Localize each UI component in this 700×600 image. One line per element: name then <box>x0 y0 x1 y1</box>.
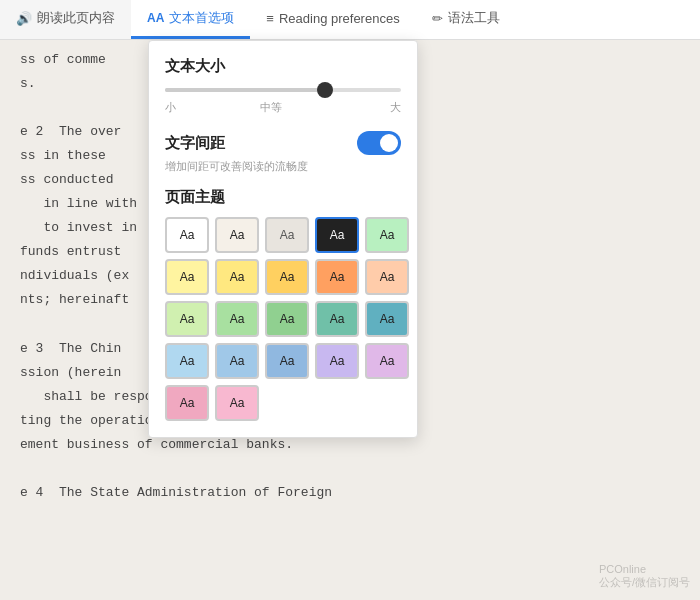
text-spacing-row: 文字间距 <box>165 131 401 155</box>
toolbar-reading-prefs[interactable]: ≡ Reading preferences <box>250 0 415 39</box>
toolbar-grammar[interactable]: ✏ 语法工具 <box>416 0 516 39</box>
theme-btn-5[interactable]: Aa <box>165 259 209 295</box>
grammar-icon: ✏ <box>432 11 443 26</box>
theme-btn-3[interactable]: Aa <box>315 217 359 253</box>
theme-btn-7[interactable]: Aa <box>265 259 309 295</box>
spacing-toggle[interactable] <box>357 131 401 155</box>
theme-btn-15[interactable]: Aa <box>165 343 209 379</box>
theme-btn-19[interactable]: Aa <box>365 343 409 379</box>
theme-btn-8[interactable]: Aa <box>315 259 359 295</box>
theme-grid: AaAaAaAaAaAaAaAaAaAaAaAaAaAaAaAaAaAaAaAa… <box>165 217 401 421</box>
slider-thumb[interactable] <box>317 82 333 98</box>
theme-btn-13[interactable]: Aa <box>315 301 359 337</box>
theme-btn-17[interactable]: Aa <box>265 343 309 379</box>
theme-btn-14[interactable]: Aa <box>365 301 409 337</box>
text-prefs-panel: 文本大小 小 中等 大 文字间距 增加间距可改善阅读的流畅度 页面主题 AaAa… <box>148 40 418 438</box>
text-prefs-label: 文本首选项 <box>169 9 234 27</box>
reading-prefs-label: Reading preferences <box>279 11 400 26</box>
slider-labels: 小 中等 大 <box>165 100 401 115</box>
slider-mid-label: 中等 <box>260 100 282 115</box>
watermark: PCOnline公众号/微信订阅号 <box>599 563 690 590</box>
theme-btn-16[interactable]: Aa <box>215 343 259 379</box>
theme-btn-10[interactable]: Aa <box>165 301 209 337</box>
theme-btn-9[interactable]: Aa <box>365 259 409 295</box>
theme-btn-6[interactable]: Aa <box>215 259 259 295</box>
theme-btn-20[interactable]: Aa <box>165 385 209 421</box>
slider-fill <box>165 88 325 92</box>
slider-max-label: 大 <box>390 100 401 115</box>
read-aloud-icon: 🔊 <box>16 11 32 26</box>
theme-btn-0[interactable]: Aa <box>165 217 209 253</box>
theme-btn-11[interactable]: Aa <box>215 301 259 337</box>
slider-min-label: 小 <box>165 100 176 115</box>
theme-btn-21[interactable]: Aa <box>215 385 259 421</box>
theme-btn-2[interactable]: Aa <box>265 217 309 253</box>
text-prefs-icon: AA <box>147 11 164 25</box>
theme-btn-18[interactable]: Aa <box>315 343 359 379</box>
reading-prefs-icon: ≡ <box>266 11 274 26</box>
font-size-section: 文本大小 小 中等 大 <box>165 57 401 115</box>
toolbar-read-aloud[interactable]: 🔊 朗读此页内容 <box>0 0 131 39</box>
spacing-desc: 增加间距可改善阅读的流畅度 <box>165 159 401 174</box>
toolbar: 🔊 朗读此页内容 AA 文本首选项 ≡ Reading preferences … <box>0 0 700 40</box>
grammar-label: 语法工具 <box>448 9 500 27</box>
theme-btn-12[interactable]: Aa <box>265 301 309 337</box>
theme-title: 页面主题 <box>165 188 401 207</box>
theme-btn-1[interactable]: Aa <box>215 217 259 253</box>
font-size-title: 文本大小 <box>165 57 401 76</box>
toggle-thumb <box>380 134 398 152</box>
theme-btn-4[interactable]: Aa <box>365 217 409 253</box>
toolbar-text-prefs[interactable]: AA 文本首选项 <box>131 0 250 39</box>
read-aloud-label: 朗读此页内容 <box>37 9 115 27</box>
font-size-slider[interactable] <box>165 88 401 92</box>
spacing-title: 文字间距 <box>165 134 225 153</box>
